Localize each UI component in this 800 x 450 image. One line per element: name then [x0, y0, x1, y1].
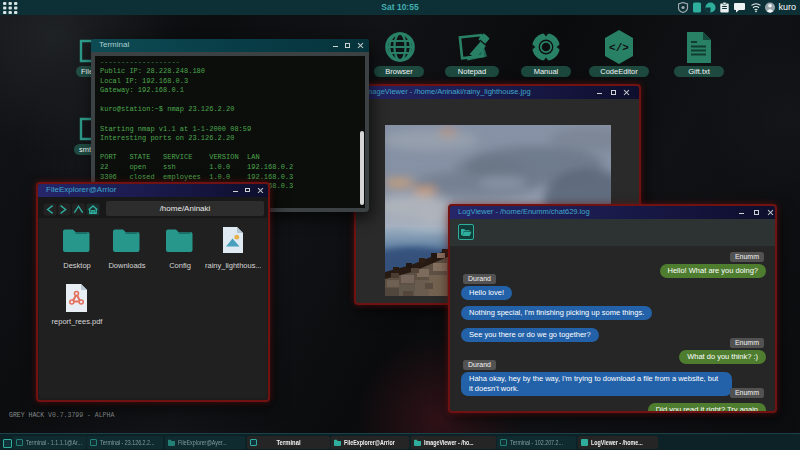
svg-text:</>: </> [609, 42, 629, 54]
